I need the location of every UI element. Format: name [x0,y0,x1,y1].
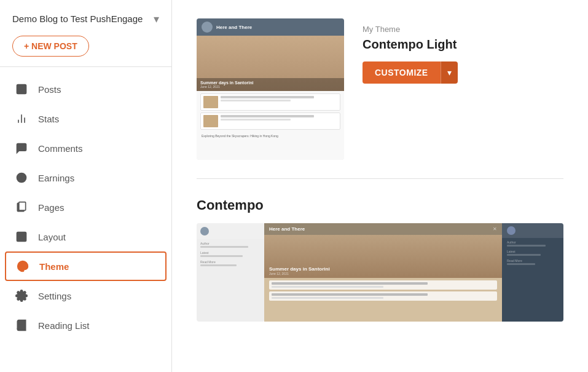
cp2-header: Here and There ✕ [264,223,502,235]
cp3-item-2: Latest [507,250,559,256]
theme-info: My Theme Contempo Light CUSTOMIZE ▾ [363,18,563,84]
sidebar-item-settings[interactable]: Settings [0,281,171,311]
contempo-preview-3: Author Latest Read More [502,223,563,322]
contempo-section: Contempo Author Latest Re [197,197,563,322]
customize-dropdown-button[interactable]: ▾ [441,61,458,84]
preview-card-image-2 [203,115,218,127]
preview-hero-sub: June 12, 2021 [200,85,340,89]
cp2-card-title-1 [272,282,428,285]
pages-icon [15,200,28,214]
sidebar-item-stats[interactable]: Stats [0,104,171,133]
cp1-items: Author Latest Read More [197,239,264,272]
cp3-item-1: Author [507,240,559,247]
sidebar-item-layout[interactable]: Layout [0,222,171,251]
theme-name: Contempo Light [363,38,563,52]
reading-list-icon [15,319,28,332]
sidebar-item-comments-label: Comments [38,143,83,154]
cp2-cards [264,278,502,305]
cp1-item-3: Read More [200,260,261,266]
svg-point-18 [25,266,26,268]
preview-caption: Exploring Beyond the Skyscrapers: Hiking… [200,134,340,138]
chevron-down-icon: ▾ [154,12,159,26]
preview-card-body-bar [221,100,291,101]
comments-icon [15,141,28,155]
sidebar-item-posts[interactable]: Posts [0,74,171,104]
cp1-item-2: Latest [200,251,261,257]
my-theme-label: My Theme [363,25,563,34]
cp1-line-3 [200,264,237,266]
sidebar-item-pages[interactable]: Pages [0,192,171,222]
svg-point-15 [20,266,21,268]
svg-rect-12 [17,232,26,242]
theme-icon [16,259,29,273]
settings-icon [15,289,28,303]
theme-preview-main: Here and There Summer days in Santorini … [197,18,344,160]
cp3-line-2 [507,254,541,256]
blog-selector[interactable]: Demo Blog to Test PushEngage ▾ [12,12,159,26]
cp3-header [502,223,563,238]
preview-cards: Exploring Beyond the Skyscrapers: Hiking… [197,91,344,160]
sidebar-item-earnings-label: Earnings [38,173,74,183]
sidebar-item-layout-label: Layout [38,232,66,242]
new-post-button[interactable]: + NEW POST [12,36,89,57]
sidebar-item-settings-label: Settings [38,291,71,301]
preview-avatar [202,22,213,33]
cp1-header [197,223,264,239]
cp3-line-3 [507,263,535,265]
preview-card-content [221,96,337,108]
posts-icon [15,82,28,96]
preview-card-2 [200,113,340,130]
sidebar-item-theme[interactable]: Theme [5,251,167,281]
cp3-line-1 [507,245,546,247]
preview-inner: Here and There Summer days in Santorini … [197,18,344,160]
sidebar-item-earnings[interactable]: Earnings [0,163,171,192]
preview-hero-title: Summer days in Santorini [200,81,340,85]
earnings-icon [15,171,28,184]
cp2-hero-text: Summer days in Santorini [269,266,330,272]
preview-blog-title: Here and There [216,25,252,30]
customize-btn-group: CUSTOMIZE ▾ [363,61,563,84]
sidebar-item-reading-list-label: Reading List [38,320,89,331]
cp1-item-1: Author [200,242,261,248]
sidebar: Demo Blog to Test PushEngage ▾ + NEW POS… [0,0,172,372]
my-theme-section: Here and There Summer days in Santorini … [197,18,563,179]
cp2-title: Here and There [269,226,305,232]
sidebar-item-reading-list[interactable]: Reading List [0,311,171,340]
customize-button[interactable]: CUSTOMIZE [363,61,441,84]
preview-card-content-2 [221,115,337,127]
sidebar-item-posts-label: Posts [38,84,61,95]
sidebar-header: Demo Blog to Test PushEngage ▾ + NEW POS… [0,0,171,67]
cp2-hero-date: June 12, 2021 [269,272,330,275]
layout-icon [15,230,28,243]
svg-point-17 [23,264,25,266]
cp2-card-body-2 [272,297,383,299]
blog-name: Demo Blog to Test PushEngage [12,13,143,25]
cp2-hero: Summer days in Santorini June 12, 2021 [264,235,502,278]
sidebar-item-comments[interactable]: Comments [0,133,171,163]
preview-card-title-bar-2 [221,115,314,117]
cp2-hero-inner: Summer days in Santorini June 12, 2021 [269,266,330,275]
cp2-nav: ✕ [493,226,497,232]
contempo-preview-2: Here and There ✕ Summer days in Santorin… [264,223,502,322]
sidebar-item-stats-label: Stats [38,114,59,124]
sidebar-item-pages-label: Pages [38,202,65,213]
cp1-line-2 [200,255,243,257]
cp3-avatar [507,226,515,235]
nav-list: Posts Stats Comments [0,67,171,372]
cp3-items: Author Latest Read More [502,238,563,271]
sidebar-item-theme-label: Theme [39,261,69,272]
preview-card-body-bar-2 [221,119,291,121]
preview-hero-overlay: Summer days in Santorini June 12, 2021 [197,78,344,91]
contempo-previews: Author Latest Read More Here and [197,223,563,322]
preview-card [200,93,340,111]
cp1-avatar [200,227,209,235]
preview-hero: Summer days in Santorini June 12, 2021 [197,36,344,91]
svg-rect-11 [19,202,26,210]
cp2-card-body-1 [272,286,383,288]
cp2-card-title-2 [272,293,428,296]
cp1-line-1 [200,246,248,248]
preview-card-title-bar [221,96,314,98]
contempo-preview-1: Author Latest Read More [197,223,264,322]
stats-icon [15,112,28,125]
cp2-card-1 [269,280,497,290]
